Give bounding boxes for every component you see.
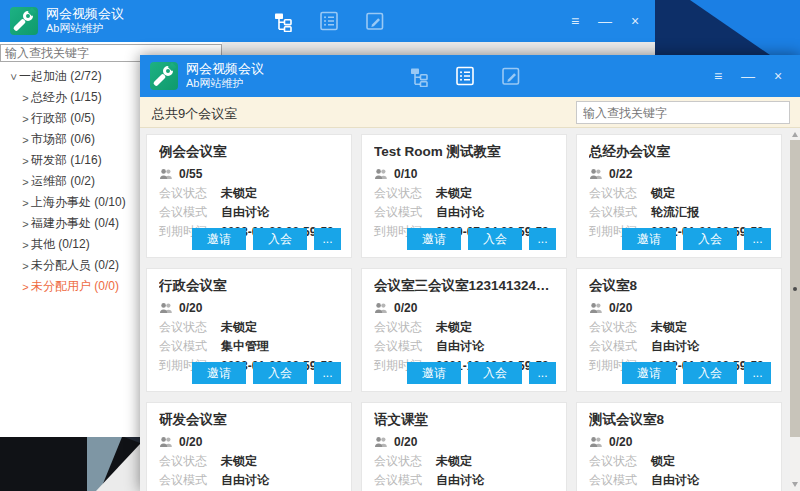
meeting-room-card: 测试会议室8 0/20 会议状态 锁定 会议模式 自由讨论 到期时间 2021-… [576, 402, 782, 491]
join-button[interactable]: 入会 [468, 228, 522, 250]
meeting-room-card: 会议室三会议室123141324141三会... 0/20 会议状态 未锁定 会… [361, 268, 567, 392]
more-button[interactable]: ... [314, 362, 341, 384]
mode-label: 会议模式 [374, 338, 436, 355]
titlebar[interactable]: 网会视频会议 Ab网站维护 ≡ — × [140, 55, 800, 97]
edit-icon[interactable] [364, 10, 386, 32]
invite-button[interactable]: 邀请 [192, 362, 246, 384]
join-button[interactable]: 入会 [253, 228, 307, 250]
close-icon[interactable]: × [768, 68, 788, 84]
room-name: 会议室三会议室123141324141三会... [374, 277, 554, 295]
chevron-right-icon[interactable]: > [20, 155, 31, 167]
more-button[interactable]: ... [529, 228, 556, 250]
org-chart-icon[interactable] [408, 65, 430, 87]
chevron-right-icon[interactable]: > [20, 176, 31, 188]
invite-button[interactable]: 邀请 [407, 228, 461, 250]
meeting-room-card: Test Room 测试教室 0/10 会议状态 未锁定 会议模式 自由讨论 到… [361, 134, 567, 258]
status-value: 锁定 [651, 453, 675, 470]
participants-icon [374, 168, 388, 180]
participant-count: 0/20 [394, 435, 417, 449]
window-title: 网会视频会议 [186, 62, 264, 77]
room-name: 研发会议室 [159, 411, 339, 429]
status-value: 锁定 [651, 185, 675, 202]
chevron-right-icon[interactable]: > [20, 113, 31, 125]
org-chart-icon[interactable] [272, 10, 294, 32]
close-icon[interactable]: × [625, 13, 645, 29]
status-value: 未锁定 [436, 185, 472, 202]
status-value: 未锁定 [436, 453, 472, 470]
chevron-right-icon[interactable]: > [20, 239, 31, 251]
chevron-right-icon[interactable]: > [20, 281, 31, 293]
vertical-scrollbar[interactable] [790, 128, 800, 491]
join-button[interactable]: 入会 [253, 362, 307, 384]
participant-count: 0/20 [179, 301, 202, 315]
desktop-wallpaper-bottom-left [0, 437, 140, 491]
participant-count: 0/20 [179, 435, 202, 449]
participant-count: 0/20 [609, 301, 632, 315]
tree-item-label: 福建办事处 (0/4) [31, 215, 119, 232]
mode-value: 自由讨论 [221, 204, 269, 221]
invite-button[interactable]: 邀请 [622, 362, 676, 384]
room-name: 总经办会议室 [589, 143, 769, 161]
mode-value: 自由讨论 [221, 472, 269, 489]
join-button[interactable]: 入会 [683, 362, 737, 384]
more-button[interactable]: ... [314, 228, 341, 250]
room-name: 行政会议室 [159, 277, 339, 295]
chevron-right-icon[interactable]: > [20, 260, 31, 272]
status-label: 会议状态 [374, 185, 436, 202]
meeting-room-card: 研发会议室 0/20 会议状态 未锁定 会议模式 自由讨论 到期时间 2022-… [146, 402, 352, 491]
list-icon[interactable] [318, 10, 340, 32]
join-button[interactable]: 入会 [683, 228, 737, 250]
status-label: 会议状态 [159, 185, 221, 202]
scrollbar-thumb[interactable] [790, 140, 800, 437]
status-value: 未锁定 [436, 319, 472, 336]
edit-icon[interactable] [500, 65, 522, 87]
scroll-down-icon[interactable] [792, 482, 798, 487]
status-label: 会议状态 [159, 453, 221, 470]
mode-label: 会议模式 [159, 204, 221, 221]
scroll-up-icon[interactable] [792, 132, 798, 137]
mode-label: 会议模式 [589, 204, 651, 221]
status-value: 未锁定 [221, 453, 257, 470]
mode-value: 自由讨论 [436, 204, 484, 221]
room-search-input[interactable] [576, 101, 790, 124]
invite-button[interactable]: 邀请 [407, 362, 461, 384]
menu-icon[interactable]: ≡ [565, 13, 585, 29]
list-icon[interactable] [454, 65, 476, 87]
more-button[interactable]: ... [744, 228, 771, 250]
room-name: 语文课堂 [374, 411, 554, 429]
chevron-right-icon[interactable]: > [20, 197, 31, 209]
participants-icon [159, 302, 173, 314]
minimize-icon[interactable]: — [595, 13, 615, 29]
chevron-down-icon[interactable]: > [8, 71, 20, 82]
invite-button[interactable]: 邀请 [192, 228, 246, 250]
participant-count: 0/22 [609, 167, 632, 181]
meeting-rooms-window: 网会视频会议 Ab网站维护 ≡ — × [140, 55, 800, 491]
status-value: 未锁定 [651, 319, 687, 336]
participants-icon [589, 436, 603, 448]
titlebar[interactable]: 网会视频会议 Ab网站维护 ≡ — × [0, 0, 655, 42]
invite-button[interactable]: 邀请 [622, 228, 676, 250]
chevron-right-icon[interactable]: > [20, 92, 31, 104]
chevron-right-icon[interactable]: > [20, 134, 31, 146]
minimize-icon[interactable]: — [738, 68, 758, 84]
tree-item-label: 未分配用户 (0/0) [31, 278, 119, 295]
tree-item-label: 市场部 (0/6) [31, 131, 95, 148]
room-card-grid: 例会会议室 0/55 会议状态 未锁定 会议模式 自由讨论 到期时间 2028-… [140, 128, 790, 491]
room-name: 例会会议室 [159, 143, 339, 161]
join-button[interactable]: 入会 [468, 362, 522, 384]
chevron-right-icon[interactable]: > [20, 218, 31, 230]
room-name: Test Room 测试教室 [374, 143, 554, 161]
status-label: 会议状态 [589, 453, 651, 470]
participants-icon [589, 302, 603, 314]
app-logo-wrench-icon [150, 62, 178, 90]
app-logo-wrench-icon [10, 7, 38, 35]
mode-value: 集中管理 [221, 338, 269, 355]
status-value: 未锁定 [221, 319, 257, 336]
mode-value: 自由讨论 [651, 338, 699, 355]
status-label: 会议状态 [159, 319, 221, 336]
mode-label: 会议模式 [589, 338, 651, 355]
more-button[interactable]: ... [744, 362, 771, 384]
more-button[interactable]: ... [529, 362, 556, 384]
mode-label: 会议模式 [589, 472, 651, 489]
menu-icon[interactable]: ≡ [708, 68, 728, 84]
